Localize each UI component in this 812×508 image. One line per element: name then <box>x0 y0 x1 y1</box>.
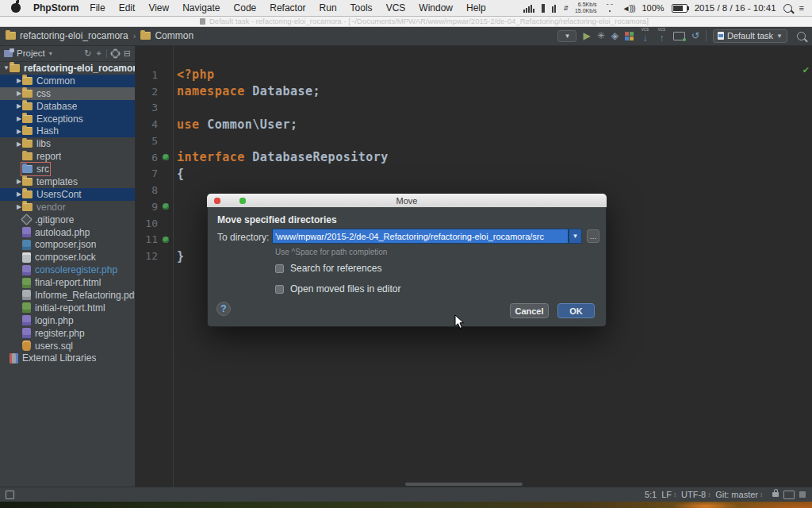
tree-item-composer-json[interactable]: composer.json <box>0 238 135 251</box>
wifi-icon[interactable] <box>604 4 615 12</box>
vcs-update-button-icon[interactable]: VCS↓ <box>640 30 650 41</box>
menu-item-refactor[interactable]: Refactor <box>270 2 305 13</box>
coverage-button-icon[interactable]: ✳ <box>597 31 605 40</box>
zoom-traffic-light[interactable] <box>239 198 246 204</box>
tree-item-hash[interactable]: ▶Hash <box>0 125 135 137</box>
changes-grid-button-icon[interactable] <box>625 32 634 40</box>
gear-icon[interactable] <box>112 50 119 57</box>
tree-item-users-sql[interactable]: users.sql <box>0 340 135 352</box>
expand-arrow-icon[interactable]: ▼ <box>3 64 10 71</box>
open-moved-files-checkbox[interactable]: Open moved files in editor <box>275 283 400 294</box>
disk-meter-icon[interactable] <box>552 4 556 13</box>
tree-item-final-report-html[interactable]: final-report.html <box>0 276 135 289</box>
menu-item-run[interactable]: Run <box>320 2 337 13</box>
run-config-dropdown[interactable]: ▾ <box>557 30 576 42</box>
tree-item-userscont[interactable]: ▶UsersCont <box>0 188 135 201</box>
tree-item-report[interactable]: report <box>0 150 135 163</box>
expand-arrow-icon[interactable]: ▶ <box>16 102 22 110</box>
checkbox-icon[interactable] <box>275 264 284 273</box>
expand-arrow-icon[interactable]: ▶ <box>16 77 22 84</box>
tree-item-common[interactable]: ▶Common <box>0 75 135 87</box>
spotlight-search-icon[interactable] <box>783 4 792 13</box>
code-line[interactable]: 3 <box>136 100 812 117</box>
tree-item-autoload-php[interactable]: autoload.php <box>0 226 135 239</box>
breadcrumb-item-project[interactable]: refactoring-eloi_rocamora <box>6 30 128 41</box>
expand-arrow-icon[interactable]: ▶ <box>16 203 22 210</box>
tree-item-informe-refactoring-pdf[interactable]: Informe_Refactoring.pdf <box>0 289 135 302</box>
ok-button[interactable]: OK <box>557 303 595 318</box>
menu-item-vcs[interactable]: VCS <box>386 2 406 13</box>
tree-item-initial-report-html[interactable]: initial-report.html <box>0 302 135 314</box>
menu-item-code[interactable]: Code <box>234 2 257 13</box>
code-line[interactable]: 6interface DatabaseRepository <box>136 149 812 166</box>
implemented-marker-icon[interactable] <box>158 154 173 160</box>
lock-icon[interactable] <box>772 492 779 497</box>
breadcrumb-item-common[interactable]: Common <box>140 30 193 41</box>
locate-icon[interactable]: ⌖ <box>97 48 102 59</box>
app-menu-phpstorm[interactable]: PhpStorm <box>33 2 79 13</box>
implemented-marker-icon[interactable] <box>158 203 173 210</box>
menu-item-tools[interactable]: Tools <box>350 2 373 13</box>
help-button[interactable]: ? <box>216 302 231 316</box>
cpu-meter-icon[interactable] <box>523 4 534 13</box>
refresh-icon[interactable]: ↻ <box>84 48 91 59</box>
network-arrows-icon[interactable]: ⇵ <box>563 5 568 12</box>
tree-item-register-php[interactable]: register.php <box>0 327 135 340</box>
encoding-widget[interactable]: UTF-8↕ <box>681 490 710 499</box>
menu-item-view[interactable]: View <box>148 2 169 13</box>
screen-reader-icon[interactable] <box>783 491 795 499</box>
caret-position[interactable]: 5:1 <box>645 490 657 499</box>
tree-item-login-php[interactable]: login.php <box>0 314 135 327</box>
code-line[interactable]: 5 <box>136 133 812 149</box>
rollback-button-icon[interactable]: ↺ <box>691 31 699 40</box>
memory-meter-icon[interactable] <box>542 4 545 13</box>
cancel-button[interactable]: Cancel <box>510 303 549 318</box>
code-line[interactable]: 2namespace Database; <box>136 83 812 100</box>
expand-arrow-icon[interactable]: ▶ <box>16 128 22 135</box>
apple-menu-icon[interactable] <box>11 3 21 13</box>
project-view-dropdown-icon[interactable]: ▾ <box>49 50 52 57</box>
tree-item--gitignore[interactable]: .gitignore <box>0 214 135 226</box>
expand-arrow-icon[interactable]: ▶ <box>16 90 22 97</box>
tree-item-external-libraries[interactable]: External Libraries <box>0 352 135 364</box>
menu-item-file[interactable]: File <box>90 2 105 13</box>
inspection-status-icon[interactable]: ✔ <box>802 65 810 75</box>
git-branch-widget[interactable]: Git: master↕ <box>715 490 763 499</box>
tree-item-consoleregister-php[interactable]: consoleregister.php <box>0 264 135 276</box>
menu-item-help[interactable]: Help <box>466 2 486 13</box>
horizontal-scrollbar[interactable] <box>405 483 523 486</box>
menu-item-edit[interactable]: Edit <box>119 2 136 13</box>
vcs-commit-button-icon[interactable]: VCS↑ <box>657 30 667 41</box>
directory-dropdown-icon[interactable]: ▼ <box>569 229 582 244</box>
search-for-references-checkbox[interactable]: Search for references <box>275 263 381 274</box>
collapse-all-icon[interactable]: ⊟ <box>124 48 131 59</box>
diff-monitor-button-icon[interactable] <box>673 32 685 40</box>
menu-item-navigate[interactable]: Navigate <box>182 2 220 13</box>
toolbar-search-icon[interactable] <box>797 32 806 40</box>
checkbox-icon[interactable] <box>275 285 284 294</box>
battery-icon[interactable] <box>672 4 688 13</box>
tree-item-src[interactable]: src <box>0 163 135 175</box>
run-button-icon[interactable]: ▶ <box>583 31 590 40</box>
implemented-marker-icon[interactable] <box>158 237 173 243</box>
code-line[interactable]: 4use Common\User; <box>136 116 812 133</box>
browse-button[interactable]: … <box>587 229 599 243</box>
tree-item-exceptions[interactable]: ▶Exceptions <box>0 113 135 125</box>
expand-arrow-icon[interactable]: ▶ <box>16 178 22 185</box>
tree-item-composer-lock[interactable]: composer.lock <box>0 251 135 264</box>
notification-center-icon[interactable]: ≡ <box>799 3 804 13</box>
menu-bar-clock[interactable]: 2015 / 8 / 16 - 10:41 <box>695 3 776 13</box>
menu-item-window[interactable]: Window <box>419 2 453 13</box>
tree-item-database[interactable]: ▶Database <box>0 100 135 113</box>
expand-arrow-icon[interactable]: ▶ <box>16 115 22 122</box>
task-selector-combobox[interactable]: Default task▼ <box>713 29 787 43</box>
code-line[interactable]: 7{ <box>136 166 812 183</box>
code-line[interactable]: 1<?php <box>136 67 812 83</box>
tree-item-libs[interactable]: ▶libs <box>0 137 135 150</box>
tree-item-vendor[interactable]: ▶vendor <box>0 201 135 214</box>
line-separator-widget[interactable]: LF↕ <box>661 490 676 499</box>
expand-arrow-icon[interactable]: ▶ <box>16 140 22 148</box>
profiler-button-icon[interactable]: ◈ <box>611 31 619 40</box>
tree-item-refactoring-eloi-rocamora[interactable]: ▼refactoring-eloi_rocamora( <box>0 62 135 75</box>
to-directory-input[interactable]: 'www/mpwar/2015-2/de-04_Refactoring/refa… <box>272 229 569 244</box>
